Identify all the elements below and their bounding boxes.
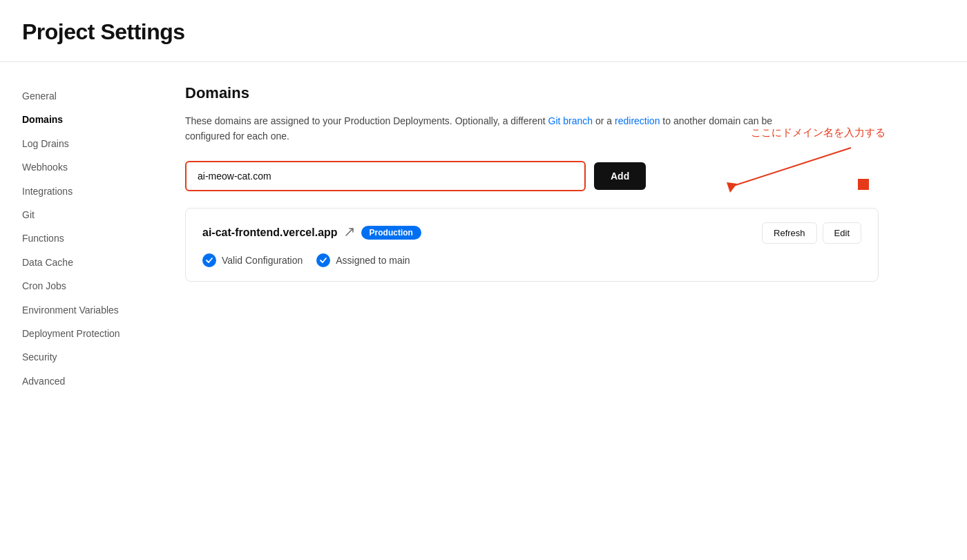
sidebar-item-environment-variables[interactable]: Environment Variables — [22, 298, 152, 322]
card-actions: Refresh Edit — [762, 222, 861, 244]
domain-input[interactable] — [186, 162, 584, 190]
section-description: These domains are assigned to your Produ… — [185, 113, 807, 144]
git-branch-link[interactable]: Git branch — [548, 115, 593, 126]
sidebar: GeneralDomainsLog DrainsWebhooksIntegrat… — [0, 62, 152, 546]
sidebar-item-domains[interactable]: Domains — [22, 108, 152, 131]
domain-name: ai-cat-frontend.vercel.app — [202, 226, 338, 239]
sidebar-item-data-cache[interactable]: Data Cache — [22, 251, 152, 274]
main-layout: GeneralDomainsLog DrainsWebhooksIntegrat… — [0, 62, 967, 546]
status-valid-configuration: Valid Configuration — [202, 253, 303, 267]
domain-card-header: ai-cat-frontend.vercel.app Production Re… — [202, 222, 861, 244]
status-assigned-to-main: Assigned to main — [316, 253, 410, 267]
domain-input-wrapper — [185, 161, 586, 191]
sidebar-item-general[interactable]: General — [22, 84, 152, 108]
add-domain-button[interactable]: Add — [594, 162, 646, 190]
page-header: Project Settings — [0, 0, 967, 62]
refresh-button[interactable]: Refresh — [762, 222, 817, 244]
sidebar-item-log-drains[interactable]: Log Drains — [22, 132, 152, 155]
sidebar-item-webhooks[interactable]: Webhooks — [22, 155, 152, 179]
valid-config-label: Valid Configuration — [222, 255, 303, 266]
domain-name-row: ai-cat-frontend.vercel.app Production — [202, 226, 421, 240]
external-link-icon[interactable] — [345, 227, 354, 239]
add-domain-row: Add — [185, 161, 879, 191]
sidebar-item-functions[interactable]: Functions — [22, 226, 152, 250]
domain-card: ai-cat-frontend.vercel.app Production Re… — [185, 208, 879, 282]
domain-status-row: Valid Configuration Assigned to main — [202, 253, 861, 267]
assigned-to-main-label: Assigned to main — [336, 255, 410, 266]
main-content: Domains These domains are assigned to yo… — [152, 62, 912, 546]
edit-button[interactable]: Edit — [823, 222, 861, 244]
page-title: Project Settings — [22, 19, 945, 45]
add-domain-section: ここにドメイン名を入力する Add — [185, 161, 879, 191]
sidebar-item-cron-jobs[interactable]: Cron Jobs — [22, 274, 152, 298]
section-title: Domains — [185, 84, 879, 102]
sidebar-item-deployment-protection[interactable]: Deployment Protection — [22, 322, 152, 345]
check-circle-assigned — [316, 253, 330, 267]
sidebar-item-advanced[interactable]: Advanced — [22, 369, 152, 393]
sidebar-item-git[interactable]: Git — [22, 203, 152, 226]
production-badge: Production — [361, 226, 421, 240]
sidebar-item-security[interactable]: Security — [22, 345, 152, 369]
redirection-link[interactable]: redirection — [615, 115, 660, 126]
sidebar-item-integrations[interactable]: Integrations — [22, 180, 152, 203]
check-circle-valid — [202, 253, 216, 267]
